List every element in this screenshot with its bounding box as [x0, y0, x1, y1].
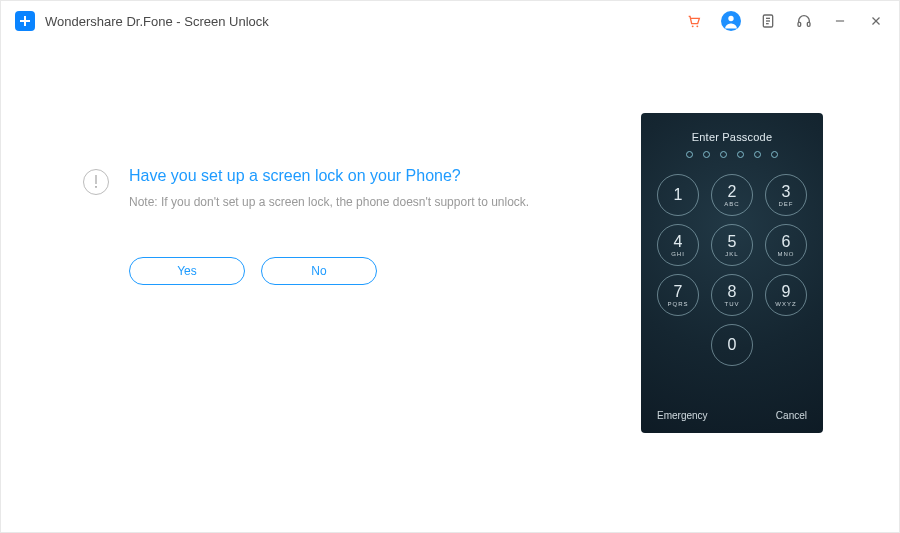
svg-rect-15: [95, 186, 97, 188]
close-icon[interactable]: [867, 12, 885, 30]
no-button[interactable]: No: [261, 257, 377, 285]
svg-point-2: [692, 25, 694, 27]
enter-passcode-label: Enter Passcode: [692, 131, 772, 143]
keypad: 1 2ABC 3DEF 4GHI 5JKL 6MNO 7PQRS 8TUV 9W…: [657, 174, 807, 366]
title-bar-icons: [685, 11, 885, 31]
passcode-dots: [686, 151, 778, 158]
keypad-key-8[interactable]: 8TUV: [711, 274, 753, 316]
svg-rect-10: [807, 22, 810, 26]
svg-point-3: [696, 25, 698, 27]
minimize-icon[interactable]: [831, 12, 849, 30]
app-logo: [15, 11, 35, 31]
passcode-dot: [737, 151, 744, 158]
headset-icon[interactable]: [795, 12, 813, 30]
passcode-dot: [686, 151, 693, 158]
keypad-key-4[interactable]: 4GHI: [657, 224, 699, 266]
svg-rect-14: [95, 175, 96, 184]
cart-icon[interactable]: [685, 12, 703, 30]
notes-icon[interactable]: [759, 12, 777, 30]
passcode-dot: [754, 151, 761, 158]
prompt-block: Have you set up a screen lock on your Ph…: [83, 167, 583, 285]
passcode-dot: [720, 151, 727, 158]
user-icon[interactable]: [721, 11, 741, 31]
keypad-key-5[interactable]: 5JKL: [711, 224, 753, 266]
window-title: Wondershare Dr.Fone - Screen Unlock: [45, 14, 269, 29]
keypad-key-6[interactable]: 6MNO: [765, 224, 807, 266]
keypad-key-0[interactable]: 0: [711, 324, 753, 366]
keypad-key-7[interactable]: 7PQRS: [657, 274, 699, 316]
main-content: Have you set up a screen lock on your Ph…: [1, 41, 899, 532]
yes-button[interactable]: Yes: [129, 257, 245, 285]
prompt-note: Note: If you don't set up a screen lock,…: [129, 195, 583, 209]
svg-rect-1: [20, 20, 30, 22]
title-bar: Wondershare Dr.Fone - Screen Unlock: [1, 1, 899, 41]
passcode-dot: [703, 151, 710, 158]
passcode-dot: [771, 151, 778, 158]
keypad-key-9[interactable]: 9WXYZ: [765, 274, 807, 316]
prompt-question: Have you set up a screen lock on your Ph…: [129, 167, 583, 185]
exclamation-icon: [83, 169, 109, 195]
keypad-key-2[interactable]: 2ABC: [711, 174, 753, 216]
keypad-key-1[interactable]: 1: [657, 174, 699, 216]
phone-mockup: Enter Passcode 1 2ABC 3DEF 4GHI 5JKL 6MN…: [641, 113, 823, 433]
svg-point-4: [728, 16, 733, 21]
phone-emergency-button[interactable]: Emergency: [657, 410, 708, 421]
keypad-key-3[interactable]: 3DEF: [765, 174, 807, 216]
svg-rect-9: [798, 22, 801, 26]
phone-cancel-button[interactable]: Cancel: [776, 410, 807, 421]
